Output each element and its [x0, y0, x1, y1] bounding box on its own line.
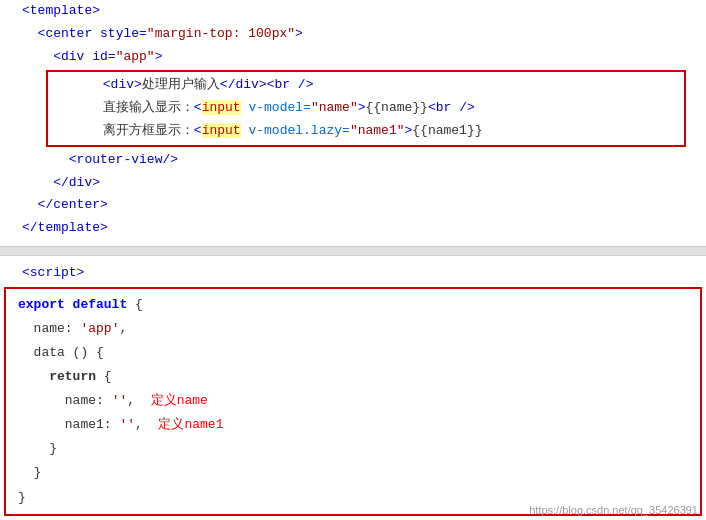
line-name-app: name: 'app', — [14, 317, 692, 341]
line-return-open: return { — [14, 365, 692, 389]
line-router-view: <router-view/> — [0, 149, 706, 172]
line-return-close: } — [14, 437, 692, 461]
line-script-open: <script> — [0, 262, 706, 285]
line-div-close: </div> — [0, 172, 706, 195]
line-center-open: <center style="margin-top: 100px"> — [0, 23, 706, 46]
code-editor: <template> <center style="margin-top: 10… — [0, 0, 706, 520]
line-name-val: name: '', 定义name — [14, 389, 692, 413]
line-div-open: <div id="app"> — [0, 46, 706, 69]
line-data-func: data () { — [14, 341, 692, 365]
template-section: <template> <center style="margin-top: 10… — [0, 0, 706, 240]
watermark: https://blog.csdn.net/qq_35426391 — [529, 504, 698, 516]
line-input-lazy: 离开方框显示：<input v-model.lazy="name1">{{nam… — [52, 120, 680, 143]
line-center-close: </center> — [0, 194, 706, 217]
red-box-template: <div>处理用户输入</div><br /> 直接输入显示：<input v-… — [46, 70, 686, 146]
line-div-process: <div>处理用户输入</div><br /> — [52, 74, 680, 97]
red-box-script: export default { name: 'app', data () { … — [4, 287, 702, 516]
line-func-close: } — [14, 461, 692, 485]
line-template-close: </template> — [0, 217, 706, 240]
line-export-default: export default { — [14, 293, 692, 317]
line-input-direct: 直接输入显示：<input v-model="name">{{name}}<br… — [52, 97, 680, 120]
divider — [0, 246, 706, 256]
line-name1-val: name1: '', 定义name1 — [14, 413, 692, 437]
line-template-open: <template> — [0, 0, 706, 23]
